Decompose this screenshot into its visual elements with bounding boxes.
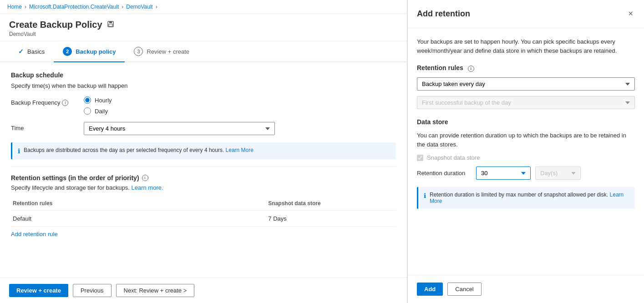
- snapshot-checkbox-row: Snapshot data store: [417, 154, 635, 161]
- breadcrumb-create-vault[interactable]: Microsoft.DataProtection.CreateVault: [29, 4, 119, 10]
- snapshot-7days: 7 Days: [268, 215, 396, 222]
- breadcrumb-sep3: ›: [156, 4, 157, 10]
- frequency-row: Backup Frequency i Hourly Daily: [11, 96, 396, 115]
- radio-hourly-label: Hourly: [95, 97, 112, 104]
- duration-label: Retention duration: [417, 170, 472, 177]
- svg-rect-2: [109, 24, 112, 26]
- retention-table: Retention rules Snapshot data store Defa…: [11, 197, 396, 227]
- col-header-snapshot: Snapshot data store: [268, 200, 396, 207]
- frequency-label: Backup Frequency i: [11, 96, 84, 106]
- schedule-info-text: Backups are distributed across the day a…: [24, 147, 254, 153]
- next-button[interactable]: Next: Review + create >: [116, 284, 195, 297]
- retention-rules-info-icon[interactable]: i: [468, 66, 474, 72]
- retention-dropdown2-row: First successful backup of the day Last …: [417, 96, 635, 109]
- content-area: Backup schedule Specify time(s) when the…: [0, 62, 407, 278]
- breadcrumb-home[interactable]: Home: [7, 4, 22, 10]
- schedule-info-banner: ℹ Backups are distributed across the day…: [11, 142, 396, 159]
- add-button[interactable]: Add: [417, 283, 443, 296]
- data-store-title: Data store: [417, 118, 635, 126]
- retention-dropdown1[interactable]: Backup taken every day Backup taken ever…: [417, 77, 635, 91]
- radio-daily-label: Daily: [95, 108, 108, 115]
- tab-basics[interactable]: ✓ Basics: [9, 42, 54, 61]
- table-header: Retention rules Snapshot data store: [11, 197, 396, 211]
- frequency-options: Hourly Daily: [84, 96, 396, 115]
- schedule-learn-more-link[interactable]: Learn More: [226, 147, 254, 153]
- rule-default: Default: [11, 215, 268, 222]
- tab-basics-check: ✓: [18, 48, 24, 55]
- retention-rules-title: Retention rules i: [417, 64, 635, 72]
- backup-schedule-subtitle: Specify time(s) when the backup will hap…: [11, 82, 396, 89]
- backup-schedule-title: Backup schedule: [11, 71, 396, 79]
- section-divider: [11, 167, 396, 167]
- duration-info-banner: ℹ Retention duration is limited by max n…: [417, 187, 635, 209]
- radio-hourly-input[interactable]: [84, 96, 91, 104]
- duration-info-text: Retention duration is limited by max num…: [430, 192, 629, 204]
- save-icon[interactable]: [107, 20, 114, 30]
- breadcrumb: Home › Microsoft.DataProtection.CreateVa…: [0, 0, 407, 14]
- time-label: Time: [11, 122, 84, 131]
- retention-dropdown1-row: Backup taken every day Backup taken ever…: [417, 77, 635, 91]
- duration-value-dropdown[interactable]: 30 60 90: [476, 167, 531, 180]
- frequency-info-icon[interactable]: i: [62, 100, 68, 106]
- table-row: Default 7 Days: [11, 211, 396, 227]
- tab-review-create-label: Review + create: [147, 48, 189, 55]
- snapshot-checkbox-label: Snapshot data store: [427, 154, 480, 161]
- tab-basics-label: Basics: [27, 48, 45, 55]
- breadcrumb-sep2: ›: [122, 4, 123, 10]
- cancel-button[interactable]: Cancel: [447, 283, 481, 296]
- data-store-description: You can provide retention duration up to…: [417, 131, 635, 149]
- page-header: Create Backup Policy DemoVault: [0, 14, 407, 41]
- retention-subtitle: Specify lifecycle and storage tier for b…: [11, 184, 396, 191]
- panel-title: Add retention: [417, 9, 470, 19]
- radio-daily[interactable]: Daily: [84, 107, 396, 115]
- panel-description: Your backups are set to happen hourly. Y…: [417, 37, 635, 55]
- review-create-button[interactable]: Review + create: [9, 284, 68, 297]
- tab-review-create[interactable]: 3 Review + create: [125, 41, 198, 62]
- retention-settings-title: Retention settings (in the order of prio…: [11, 174, 139, 182]
- breadcrumb-demo-vault[interactable]: DemoVault: [126, 4, 152, 10]
- panel-close-button[interactable]: ×: [626, 7, 635, 20]
- retention-info-icon[interactable]: i: [142, 175, 148, 181]
- col-header-rule: Retention rules: [11, 200, 268, 207]
- time-control: Every 4 hours Every 6 hours Every 8 hour…: [84, 122, 396, 135]
- svg-rect-1: [109, 21, 112, 23]
- bottom-bar: Review + create Previous Next: Review + …: [0, 278, 407, 303]
- retention-dropdown2[interactable]: First successful backup of the day Last …: [417, 96, 635, 109]
- tab-review-create-number: 3: [134, 47, 143, 56]
- duration-unit-dropdown[interactable]: Day(s): [535, 167, 581, 180]
- panel-footer: Add Cancel: [408, 275, 644, 303]
- radio-daily-input[interactable]: [84, 107, 91, 115]
- retention-duration-row: Retention duration 30 60 90 Day(s): [417, 167, 635, 180]
- right-panel: Add retention × Your backups are set to …: [407, 0, 644, 303]
- duration-info-icon: ℹ: [424, 192, 426, 199]
- tab-backup-policy[interactable]: 2 Backup policy: [54, 41, 125, 62]
- tab-backup-policy-label: Backup policy: [76, 48, 116, 55]
- page-subtitle: DemoVault: [9, 31, 398, 37]
- wizard-tabs: ✓ Basics 2 Backup policy 3 Review + crea…: [0, 41, 407, 62]
- page-title: Create Backup Policy: [9, 20, 102, 30]
- tab-backup-policy-number: 2: [63, 47, 72, 56]
- time-dropdown[interactable]: Every 4 hours Every 6 hours Every 8 hour…: [84, 122, 275, 135]
- snapshot-checkbox[interactable]: [417, 155, 423, 161]
- time-row: Time Every 4 hours Every 6 hours Every 8…: [11, 122, 396, 135]
- data-store-section: Data store You can provide retention dur…: [417, 118, 635, 209]
- previous-button[interactable]: Previous: [73, 284, 112, 297]
- radio-hourly[interactable]: Hourly: [84, 96, 396, 104]
- add-retention-rule-link[interactable]: Add retention rule: [11, 231, 58, 237]
- retention-settings-header: Retention settings (in the order of prio…: [11, 174, 396, 182]
- breadcrumb-sep1: ›: [25, 4, 26, 10]
- info-circle-icon: ℹ: [18, 147, 20, 155]
- retention-learn-more-link[interactable]: Learn more.: [131, 184, 163, 191]
- panel-content: Your backups are set to happen hourly. Y…: [408, 28, 644, 275]
- panel-header: Add retention ×: [408, 0, 644, 28]
